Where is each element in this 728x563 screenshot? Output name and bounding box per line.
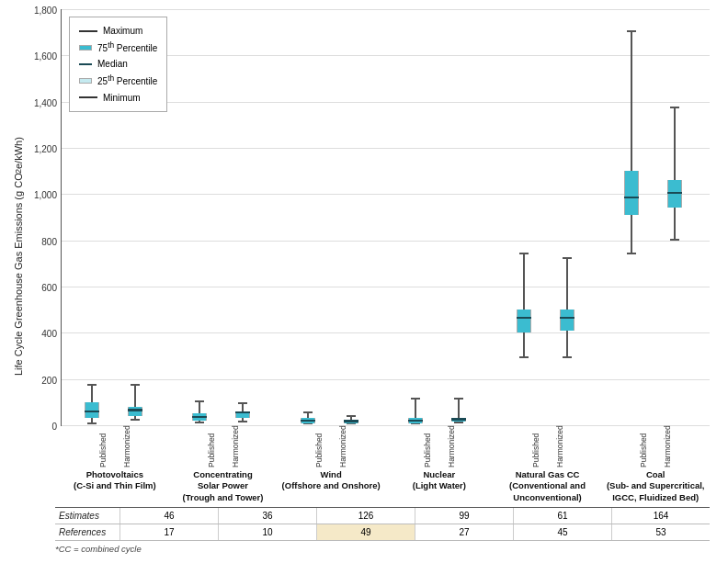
- legend-item-75th: 75th Percentile: [79, 39, 157, 56]
- median-line: [517, 317, 531, 320]
- median-line: [624, 197, 639, 199]
- whisker-line: [566, 259, 568, 358]
- legend-maximum-label: Maximum: [103, 23, 142, 39]
- tech-name: ConcentratingSolar Power(Trough and Towe…: [183, 469, 264, 503]
- median-line: [667, 192, 682, 195]
- min-tick: [563, 356, 572, 358]
- x-label-group: PublishedHarmonizedPhotovoltaics(C-Si an…: [61, 426, 169, 503]
- min-tick: [454, 422, 463, 423]
- y-tick-label: 800: [41, 236, 62, 246]
- whisker-line: [523, 254, 525, 358]
- legend-25th-label: 25th Percentile: [97, 72, 157, 89]
- chart-inner: Maximum 75th Percentile Median 25th Perc…: [24, 9, 719, 503]
- harmonized-label: Harmonized: [441, 429, 461, 467]
- pub-harm-row: PublishedHarmonized: [417, 429, 461, 467]
- max-tick: [131, 384, 140, 386]
- y-tick-label: 0: [51, 421, 62, 431]
- teal-fill: [668, 180, 681, 208]
- published-label: Published: [201, 429, 222, 467]
- median-line: [235, 411, 250, 414]
- table-cell: 36: [218, 508, 316, 524]
- table-cell: 126: [316, 508, 415, 524]
- harmonized-label: Harmonized: [657, 429, 677, 467]
- min-tick: [238, 421, 247, 422]
- y-tick-label: 600: [41, 282, 62, 292]
- pub-harm-row: PublishedHarmonized: [526, 429, 570, 467]
- legend-median-icon: [79, 63, 92, 66]
- table-cell: 27: [415, 524, 513, 540]
- y-tick-label: 1,600: [34, 51, 62, 62]
- bottom-table: Estimates46361269961164References1710492…: [55, 507, 710, 541]
- max-tick: [563, 257, 572, 259]
- whisker-line: [631, 32, 632, 254]
- table-row-label: Estimates: [55, 508, 119, 524]
- median-line: [85, 411, 99, 413]
- legend-median-label: Median: [97, 56, 128, 72]
- median-line: [301, 420, 315, 422]
- legend-25th-icon: [79, 78, 92, 84]
- whisker-line: [674, 108, 676, 240]
- legend-item-median: Median: [79, 56, 157, 72]
- median-line: [451, 418, 466, 421]
- tech-name: Natural Gas CC(Conventional andUnconvent…: [509, 469, 586, 503]
- grid-line: 0: [62, 425, 710, 426]
- y-tick-label: 1,000: [34, 190, 62, 200]
- published-label: Published: [93, 429, 113, 467]
- x-label-group: PublishedHarmonizedCoal(Sub- and Supercr…: [601, 426, 710, 503]
- max-tick: [519, 253, 529, 254]
- chart-area: Life Cycle Greenhouse Gas Emissions (g C…: [9, 9, 719, 503]
- x-label-group: PublishedHarmonizedWind(Offshore and Ons…: [277, 426, 385, 503]
- max-tick: [303, 411, 313, 413]
- x-labels-row: PublishedHarmonizedPhotovoltaics(C-Si an…: [61, 426, 710, 503]
- tech-name: Nuclear(Light Water): [413, 469, 466, 492]
- min-tick: [195, 422, 204, 423]
- max-tick: [195, 400, 204, 402]
- table-cell: 61: [513, 508, 611, 524]
- min-tick: [627, 253, 636, 254]
- tech-name: Photovoltaics(C-Si and Thin Film): [74, 469, 156, 492]
- legend: Maximum 75th Percentile Median 25th Perc…: [69, 17, 167, 112]
- median-line: [408, 420, 423, 422]
- footnote: *CC = combined cycle: [55, 544, 719, 554]
- min-tick: [131, 419, 140, 421]
- harmonized-label: Harmonized: [550, 429, 570, 467]
- legend-minimum-icon: [79, 96, 97, 98]
- median-line: [192, 416, 207, 419]
- legend-minimum-label: Minimum: [103, 90, 141, 106]
- legend-item-maximum: Maximum: [79, 23, 157, 39]
- y-tick-label: 1,800: [34, 6, 62, 16]
- teal-fill: [518, 310, 530, 332]
- table-cell: 99: [415, 508, 513, 524]
- tech-name: Coal(Sub- and Supercritical,IGCC, Fluidi…: [607, 469, 705, 503]
- min-tick: [519, 356, 529, 358]
- table-row: Estimates46361269961164: [55, 508, 710, 524]
- legend-maximum-icon: [79, 30, 97, 32]
- median-line: [560, 317, 574, 320]
- tech-name: Wind(Offshore and Onshore): [282, 469, 381, 492]
- max-tick: [87, 384, 97, 386]
- teal-fill: [561, 310, 574, 331]
- published-label: Published: [526, 429, 546, 467]
- x-label-group: PublishedHarmonizedNatural Gas CC(Conven…: [494, 426, 602, 503]
- legend-item-minimum: Minimum: [79, 90, 157, 106]
- legend-item-25th: 25th Percentile: [79, 72, 157, 89]
- chart-container: Life Cycle Greenhouse Gas Emissions (g C…: [0, 0, 728, 563]
- table-row: References171049274553: [55, 524, 710, 541]
- y-tick-label: 1,200: [34, 143, 62, 153]
- median-line: [128, 409, 142, 411]
- table-cell: 10: [218, 524, 316, 540]
- max-tick: [411, 398, 420, 400]
- table-cell: 45: [513, 524, 611, 540]
- median-line: [344, 420, 358, 422]
- teal-fill: [129, 407, 142, 416]
- max-tick: [454, 398, 463, 400]
- published-label: Published: [417, 429, 438, 467]
- pub-harm-row: PublishedHarmonized: [93, 429, 137, 467]
- legend-75th-label: 75th Percentile: [97, 39, 157, 56]
- published-label: Published: [633, 429, 654, 467]
- table-cell: 53: [611, 524, 710, 540]
- teal-fill: [625, 171, 638, 215]
- table-cell: 17: [119, 524, 218, 540]
- x-label-group: PublishedHarmonizedConcentratingSolar Po…: [169, 426, 278, 503]
- harmonized-label: Harmonized: [225, 429, 245, 467]
